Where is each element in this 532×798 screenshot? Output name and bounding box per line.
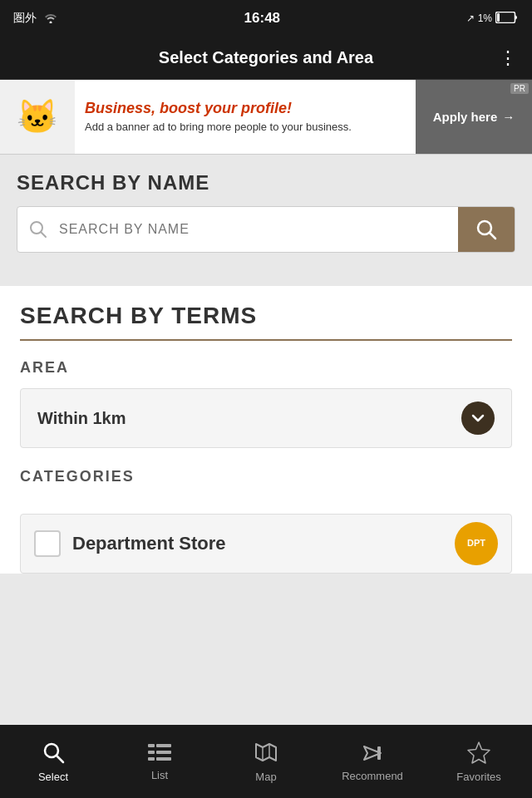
svg-rect-13	[156, 757, 171, 761]
nav-label-map: Map	[255, 771, 276, 783]
nav-item-map[interactable]: Map	[213, 725, 319, 798]
area-dropdown[interactable]: Within 1km	[20, 388, 512, 448]
pr-label: PR	[510, 83, 529, 94]
nav-label-recommend: Recommend	[342, 770, 403, 782]
recommend-icon	[361, 741, 384, 766]
banner-content: Business, boost your profile! Add a bann…	[75, 80, 416, 154]
svg-line-5	[490, 233, 495, 239]
status-bar: 圏外 16:48 ↗ 1%	[0, 0, 532, 37]
banner-image: 🐱	[0, 80, 75, 154]
categories-section: Department Store DPT	[0, 514, 532, 574]
search-icon	[42, 741, 65, 767]
svg-rect-11	[156, 751, 171, 754]
nav-menu-button[interactable]: ⋮	[499, 47, 519, 69]
list-icon	[148, 742, 171, 766]
status-right: ↗ 1%	[466, 12, 519, 26]
wifi-icon	[43, 12, 58, 26]
nav-label-list: List	[151, 769, 168, 781]
search-by-name-heading: SEARCH BY NAME	[17, 171, 515, 195]
svg-rect-18	[377, 746, 381, 760]
bottom-nav: Select List Map	[0, 725, 532, 798]
svg-line-3	[41, 232, 46, 237]
banner-title: Business, boost your profile!	[85, 100, 406, 117]
battery-percent: 1%	[478, 12, 492, 24]
category-row[interactable]: Department Store DPT	[20, 514, 512, 574]
svg-line-7	[57, 756, 63, 762]
search-input-container	[17, 206, 515, 253]
svg-marker-14	[256, 744, 276, 761]
banner-ad: 🐱 Business, boost your profile! Add a ba…	[0, 80, 532, 155]
svg-rect-12	[148, 757, 155, 761]
nav-label-select: Select	[38, 771, 68, 783]
battery-icon	[495, 12, 519, 26]
search-input[interactable]	[59, 207, 458, 252]
category-name: Department Store	[72, 533, 443, 554]
status-left: 圏外	[13, 11, 58, 26]
nav-item-select[interactable]: Select	[0, 725, 106, 798]
nav-bar: Select Categories and Area ⋮	[0, 37, 532, 80]
nav-label-favorites: Favorites	[456, 771, 500, 783]
svg-rect-9	[156, 744, 171, 747]
page-title: Select Categories and Area	[159, 48, 373, 67]
category-checkbox[interactable]	[34, 530, 61, 557]
svg-rect-10	[148, 751, 155, 754]
svg-rect-8	[148, 744, 155, 747]
area-selected-value: Within 1km	[37, 409, 126, 428]
search-by-name-section: SEARCH BY NAME	[0, 155, 532, 266]
area-chevron-icon	[461, 401, 495, 435]
section-divider	[0, 266, 532, 286]
favorites-star-icon	[467, 741, 490, 767]
nav-item-list[interactable]: List	[106, 725, 213, 798]
svg-marker-19	[468, 742, 490, 763]
search-by-terms-section: SEARCH BY TERMS AREA Within 1km CATEGORI…	[0, 286, 532, 514]
banner-subtitle: Add a banner ad to bring more people to …	[85, 121, 406, 135]
location-arrow-icon: ↗	[466, 12, 475, 24]
svg-rect-1	[497, 13, 500, 22]
search-submit-button[interactable]	[458, 207, 515, 252]
nav-item-recommend[interactable]: Recommend	[319, 725, 426, 798]
area-label: AREA	[20, 359, 512, 377]
search-by-terms-heading: SEARCH BY TERMS	[20, 303, 512, 341]
nav-item-favorites[interactable]: Favorites	[426, 725, 532, 798]
map-icon	[254, 741, 278, 767]
search-prefix-icon	[17, 207, 59, 252]
status-time: 16:48	[244, 10, 280, 27]
categories-label: CATEGORIES	[20, 468, 512, 485]
network-status: 圏外	[13, 11, 37, 26]
category-badge: DPT	[455, 522, 498, 565]
